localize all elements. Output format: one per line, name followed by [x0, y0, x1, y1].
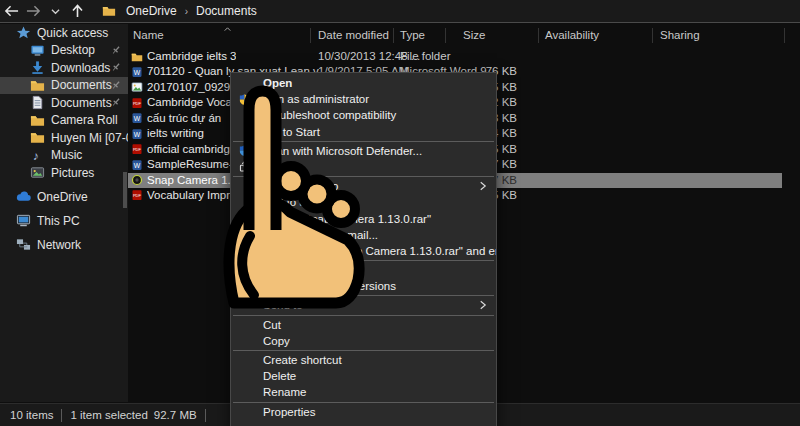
menu-item-give-access-to[interactable]: Give access to: [231, 178, 496, 194]
status-divider: [205, 409, 206, 422]
sidebar-item-label: Documents: [51, 96, 112, 110]
folder-icon: [30, 130, 45, 145]
sidebar-item-label: Downloads: [51, 61, 110, 75]
column-divider[interactable]: [445, 28, 446, 43]
menu-item-scan-with-microsoft-defender-[interactable]: Scan with Microsoft Defender...: [231, 143, 496, 159]
column-header-date-modified[interactable]: Date modified: [318, 29, 389, 41]
sidebar-item-this-pc[interactable]: This PC: [0, 212, 128, 230]
menu-separator: [233, 141, 494, 142]
sidebar-item-huyen-mi-07-04-20[interactable]: Huyen Mi [07-04-20: [0, 129, 128, 147]
file-name: ielts writing: [147, 127, 204, 139]
pdf-icon: PDF: [131, 143, 143, 155]
pictures-icon: [30, 165, 45, 180]
menu-item-pin-to-taskbar[interactable]: Pin to taskbar: [231, 262, 496, 278]
menu-item-restore-previous-versions[interactable]: Restore previous versions: [231, 278, 496, 294]
downloads-icon: [30, 60, 45, 75]
share-icon: [238, 160, 251, 173]
sidebar-item-desktop[interactable]: Desktop: [0, 42, 128, 60]
address-folder-icon: [102, 4, 116, 18]
back-button[interactable]: [0, 1, 22, 21]
submenu-chevron-right-icon: [477, 180, 489, 192]
svg-text:W: W: [134, 69, 141, 76]
sidebar-item-label: Desktop: [51, 43, 95, 57]
items-count: 10 items: [10, 409, 53, 421]
sidebar-item-downloads[interactable]: Downloads: [0, 59, 128, 77]
menu-item-add-to-snap-camera-1-13-0-rar-[interactable]: Add to "Snap Camera 1.13.0.rar": [231, 211, 496, 227]
word-doc-icon: W: [131, 128, 143, 140]
menu-item-delete[interactable]: Delete: [231, 368, 496, 384]
menu-item-open[interactable]: Open: [231, 75, 496, 91]
menu-item-troubleshoot-compatibility[interactable]: Troubleshoot compatibility: [231, 107, 496, 123]
sidebar-item-quick-access[interactable]: Quick access: [0, 24, 128, 42]
folder-icon: [131, 51, 143, 63]
column-divider[interactable]: [393, 28, 394, 43]
column-header-type[interactable]: Type: [400, 29, 425, 41]
sidebar-item-label: Camera Roll: [51, 113, 118, 127]
menu-item-label: Compress and email...: [263, 229, 378, 241]
sidebar-item-onedrive[interactable]: OneDrive: [0, 188, 128, 206]
menu-item-compress-and-email-[interactable]: Compress and email...: [231, 227, 496, 243]
menu-item-label: Delete: [263, 370, 296, 382]
sidebar-item-network[interactable]: Network: [0, 236, 128, 254]
column-header-availability[interactable]: Availability: [545, 29, 599, 41]
menu-item-label: Cut: [263, 319, 281, 331]
selection-size: 92.7 MB: [154, 409, 197, 421]
sidebar-item-documents[interactable]: Documents: [0, 77, 128, 95]
column-header-name[interactable]: Name: [133, 29, 164, 41]
file-name: 20170107_092956: [147, 81, 243, 93]
column-divider[interactable]: [310, 28, 311, 43]
sidebar-item-documents[interactable]: Documents: [0, 94, 128, 112]
column-divider[interactable]: [784, 28, 785, 43]
navigation-sidebar: Quick accessDesktopDownloadsDocumentsDoc…: [0, 24, 128, 402]
menu-item-send-to[interactable]: Send to: [231, 297, 496, 313]
sidebar-item-camera-roll[interactable]: Camera Roll: [0, 112, 128, 130]
menu-item-share[interactable]: Share: [231, 159, 496, 175]
svg-text:PDF: PDF: [133, 147, 142, 152]
sidebar-item-label: Quick access: [37, 26, 108, 40]
sidebar-item-label: OneDrive: [37, 190, 88, 204]
menu-item-label: Run as administrator: [263, 93, 369, 105]
menu-item-label: Send to: [263, 299, 303, 311]
file-explorer-window: OneDrive › Documents Quick accessDesktop…: [0, 0, 800, 426]
menu-item-copy[interactable]: Copy: [231, 333, 496, 349]
menu-separator: [233, 260, 494, 261]
document-icon: [30, 95, 45, 110]
pin-icon: [110, 61, 122, 73]
breadcrumb-onedrive[interactable]: OneDrive: [122, 4, 181, 18]
column-divider[interactable]: [538, 28, 539, 43]
menu-item-label: Properties: [263, 406, 315, 418]
menu-item-add-to-archive-[interactable]: Add to archive...: [231, 194, 496, 210]
column-header-sharing[interactable]: Sharing: [660, 29, 700, 41]
menu-item-label: Add to "Snap Camera 1.13.0.rar": [263, 213, 431, 225]
shield-icon: [238, 93, 251, 106]
menu-item-rename[interactable]: Rename: [231, 384, 496, 400]
file-row-cambridge-ielts-3[interactable]: Cambridge ielts 310/30/2013 12:48 ...Fil…: [128, 49, 782, 64]
menu-item-create-shortcut[interactable]: Create shortcut: [231, 352, 496, 368]
up-button[interactable]: [66, 1, 88, 21]
menu-item-label: Rename: [263, 386, 306, 398]
recent-locations-chevron-icon[interactable]: [44, 1, 66, 21]
sidebar-item-pictures[interactable]: Pictures: [0, 164, 128, 182]
column-header-size[interactable]: Size: [463, 29, 485, 41]
sidebar-item-label: Network: [37, 238, 81, 252]
navigation-bar: OneDrive › Documents: [0, 0, 800, 23]
selection-count: 1 item selected: [70, 409, 147, 421]
image-file-icon: [131, 81, 143, 93]
pin-icon: [110, 44, 122, 56]
svg-text:PDF: PDF: [133, 101, 142, 106]
column-divider[interactable]: [652, 28, 653, 43]
sidebar-item-music[interactable]: ♪Music: [0, 147, 128, 165]
breadcrumb-documents[interactable]: Documents: [192, 4, 261, 18]
folder-icon: [30, 113, 45, 128]
file-type: File folder: [400, 50, 451, 62]
forward-button[interactable]: [22, 1, 44, 21]
pin-icon: [110, 79, 122, 91]
menu-item-label: Give access to: [263, 180, 338, 192]
menu-item-properties[interactable]: Properties: [231, 404, 496, 420]
sidebar-item-label: Pictures: [51, 166, 94, 180]
menu-separator: [233, 315, 494, 316]
menu-item-compress-to-snap-camera-1-13-0[interactable]: Compress to "Snap Camera 1.13.0.rar" and…: [231, 243, 496, 259]
menu-item-pin-to-start[interactable]: Pin to Start: [231, 124, 496, 140]
menu-item-cut[interactable]: Cut: [231, 317, 496, 333]
menu-item-run-as-administrator[interactable]: Run as administrator: [231, 91, 496, 107]
